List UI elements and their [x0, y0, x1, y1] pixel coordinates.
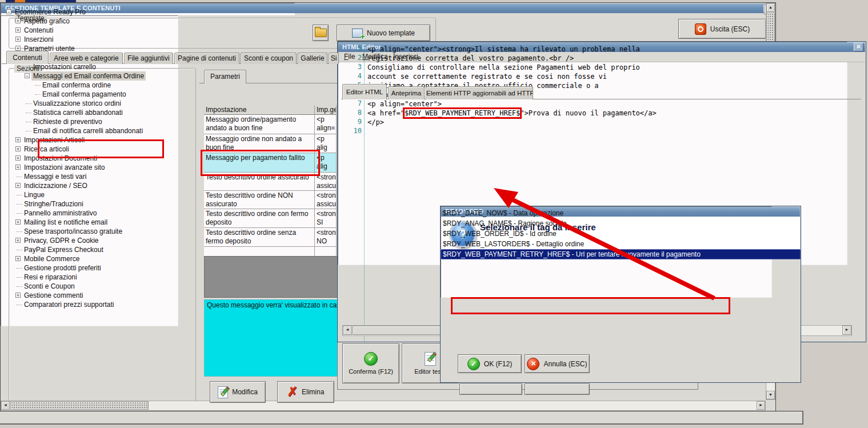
- tree-connector: [26, 113, 31, 113]
- annulla-button[interactable]: ✕ Annulla (ESC): [525, 354, 590, 373]
- tree-item-label: Comparatori prezzi supportati: [22, 300, 115, 309]
- plus-expand-icon[interactable]: +: [15, 165, 21, 170]
- tree-item-gestione-commenti[interactable]: +Gestione commenti: [1, 291, 178, 300]
- main-tab-si[interactable]: Si: [329, 53, 339, 64]
- tree-item-label: Stringhe/Traduzioni: [22, 199, 85, 209]
- main-tab-file-aggiuntivi[interactable]: File aggiuntivi: [124, 53, 173, 64]
- annulla-label: Annulla (ESC): [543, 360, 587, 368]
- conferma-button[interactable]: ✓ Conferma (F12): [342, 343, 399, 383]
- tree-item-contenuti[interactable]: +Contenuti: [1, 26, 178, 35]
- tree-item-visualizzazione-storico-ordini[interactable]: Visualizzazione storico ordini: [1, 99, 178, 108]
- tree-item-aspetto-grafico[interactable]: +Aspetto grafico: [1, 17, 178, 26]
- tree-item-impostazioni-articoli[interactable]: +Impostazioni Articoli: [1, 135, 178, 145]
- tree-item-label: Email conferma ordine: [41, 81, 113, 90]
- param-row-name[interactable]: Testo descrittivo ordine assicurato: [204, 173, 315, 191]
- param-row-empty: [315, 247, 337, 257]
- tree-item-gestione-prodotti-preferiti[interactable]: Gestione prodotti preferiti: [1, 263, 178, 273]
- param-row-name[interactable]: Testo descrittivo ordine con fermo depos…: [204, 209, 315, 228]
- param-row-name[interactable]: Messaggio ordine non andato a buon fine: [204, 134, 315, 153]
- minus-expand-icon[interactable]: −: [25, 73, 30, 78]
- plus-expand-icon[interactable]: +: [15, 256, 21, 261]
- code-line-number: 7: [345, 99, 362, 107]
- tree-item-impostazioni-documenti[interactable]: +Impostazioni Documenti: [1, 154, 178, 163]
- tab-parametri[interactable]: Parametri: [204, 70, 246, 83]
- tree-connector: [26, 67, 31, 67]
- tree-item-messaggi-ed-email-conferma-ordine[interactable]: −Messaggi ed Email conferma Ordine: [1, 71, 178, 81]
- editor-tab-editor-html[interactable]: Editor HTML: [342, 84, 387, 99]
- cancel-x-icon: ✕: [527, 358, 539, 370]
- plus-expand-icon[interactable]: +: [15, 219, 21, 225]
- code-line-number: 1: [345, 45, 362, 53]
- tree-item-sconti-e-coupon[interactable]: Sconti e Coupon: [1, 282, 178, 291]
- param-row-name[interactable]: Testo descrittivo ordine senza fermo dep…: [204, 228, 315, 247]
- tree-item-email-conferma-pagamento[interactable]: Email conferma pagamento: [1, 90, 178, 99]
- tree-item-inserzioni[interactable]: +Inserzioni: [1, 35, 178, 44]
- delete-x-icon: ✗: [287, 386, 298, 398]
- editor-tab-anteprima[interactable]: Anteprima: [388, 86, 425, 99]
- plus-expand-icon[interactable]: +: [15, 37, 21, 42]
- tree-item-label: Impostazioni Documenti: [22, 154, 99, 163]
- tree-item-email-conferma-ordine[interactable]: Email conferma ordine: [1, 81, 178, 90]
- background-window-bottom: [0, 411, 803, 425]
- parameter-info-text: Questo messaggio verra' visualizzato in …: [207, 301, 338, 309]
- code-line-number: 9: [345, 118, 362, 126]
- tree-item-indicizzazione-seo[interactable]: +Indicizzazione / SEO: [1, 181, 178, 190]
- param-row-name[interactable]: Messaggio per pagamento fallito: [204, 153, 315, 173]
- tree-item-pannello-amministrativo[interactable]: Pannello amministrativo: [1, 209, 178, 218]
- plus-expand-icon[interactable]: +: [15, 238, 21, 243]
- tag-list-item-2[interactable]: $RDY_WEB_ORDER_ID$ - Id ordine: [441, 229, 772, 239]
- editor-tab-elementi-http-aggiornabili-ad-[interactable]: Elementi HTTP aggiornabili ad HTTPS: [426, 86, 533, 99]
- tree-item-email-di-notifica-carrelli-abbandonati[interactable]: Email di notifica carrelli abbandonati: [1, 126, 178, 135]
- tag-list-item-1[interactable]: $RDY_ANAG_NAME$ - Ragione sociale: [441, 218, 772, 229]
- tree-connector: [26, 122, 31, 122]
- tree-item-paypal-express-checkout[interactable]: PayPal Express Checkout: [1, 245, 178, 254]
- tree-item-privacy-gdpr-e-cookie[interactable]: +Privacy, GDPR e Cookie: [1, 236, 178, 245]
- hidden-button-sliver: [459, 383, 522, 395]
- tree-item-label: Indicizzazione / SEO: [22, 181, 89, 190]
- main-tab-pagine-di-contenuti[interactable]: Pagine di contenuti: [174, 53, 239, 64]
- code-gutter-separator: [364, 42, 365, 265]
- tree-item-impostazioni-avanzate-sito[interactable]: +Impostazioni avanzate sito: [1, 163, 178, 172]
- tree-item-richieste-di-preventivo[interactable]: Richieste di preventivo: [1, 117, 178, 126]
- plus-expand-icon[interactable]: +: [15, 46, 21, 51]
- plus-expand-icon[interactable]: +: [15, 183, 21, 188]
- plus-expand-icon[interactable]: +: [15, 293, 21, 298]
- plus-expand-icon[interactable]: +: [15, 155, 21, 161]
- tag-select-dialog: READY PRO ? Selezionare il tag da inseri…: [440, 206, 801, 383]
- main-tab-sconti-e-coupon[interactable]: Sconti e coupon: [241, 53, 297, 64]
- ok-check-icon: ✓: [467, 358, 480, 370]
- tree-item-mobile-commerce[interactable]: +Mobile Commerce: [1, 254, 178, 263]
- param-row-value: <stronSI: [315, 209, 337, 228]
- tree-item-mailing-list-e-notifiche-email[interactable]: +Mailing list e notifiche email: [1, 218, 178, 227]
- main-tab-contenuti[interactable]: Contenuti: [6, 51, 49, 64]
- param-row-name[interactable]: Testo descrittivo ordine NON assicurato: [204, 191, 315, 209]
- plus-expand-icon[interactable]: +: [15, 146, 21, 151]
- tree-item-lingue[interactable]: Lingue: [1, 190, 178, 199]
- param-row-name[interactable]: Messaggio ordine/pagamento andato a buon…: [204, 115, 315, 134]
- plus-expand-icon[interactable]: +: [15, 27, 21, 33]
- modifica-button[interactable]: Modifica: [210, 381, 266, 403]
- elimina-button[interactable]: ✗ Elimina: [277, 381, 334, 403]
- tag-list-item-0[interactable]: $RDY_DATE_NOW$ - Data operazione: [441, 208, 772, 218]
- code-line-number: 10: [345, 127, 362, 135]
- scroll-right-arrow-icon[interactable]: ►: [842, 326, 851, 335]
- tag-listbox[interactable]: $RDY_DATE_NOW$ - Data operazione$RDY_ANA…: [441, 206, 772, 298]
- tree-item-stringhe-traduzioni[interactable]: Stringhe/Traduzioni: [1, 199, 178, 209]
- tree-item-resi-e-riparazioni[interactable]: Resi e riparazioni: [1, 273, 178, 282]
- tag-list-item-4[interactable]: $RDY_WEB_PAYMENT_RETRY_HREF$ - Url per t…: [441, 249, 772, 259]
- tree-item-label: Sconti e Coupon: [22, 282, 77, 291]
- tree-item-ricerca-articoli[interactable]: +Ricerca articoli: [1, 145, 178, 154]
- main-tab-gallerie[interactable]: Gallerie: [298, 53, 327, 64]
- tree-item-comparatori-prezzi-supportati[interactable]: Comparatori prezzi supportati: [1, 300, 178, 309]
- plus-expand-icon[interactable]: +: [15, 18, 21, 23]
- editor-close-icon[interactable]: ✕: [854, 43, 863, 51]
- main-tab-aree-web-e-categorie[interactable]: Aree web e categorie: [50, 53, 123, 64]
- ok-button[interactable]: ✓ OK (F12): [458, 354, 522, 373]
- tree-item-statistica-carrelli-abbandonati[interactable]: Statistica carrelli abbandonati: [1, 108, 178, 117]
- plus-expand-icon[interactable]: +: [15, 137, 21, 142]
- tree-item-messaggi-e-testi-vari[interactable]: Messaggi e testi vari: [1, 172, 178, 181]
- tag-list-item-3[interactable]: $RDY_WEB_LASTORDER$ - Dettaglio ordine: [441, 239, 772, 249]
- scroll-left-arrow-icon[interactable]: ◄: [343, 326, 352, 335]
- tree-connector: [17, 250, 22, 250]
- tree-item-spese-trasporto-incasso-gratuite[interactable]: Spese trasporto/incasso gratuite: [1, 227, 178, 236]
